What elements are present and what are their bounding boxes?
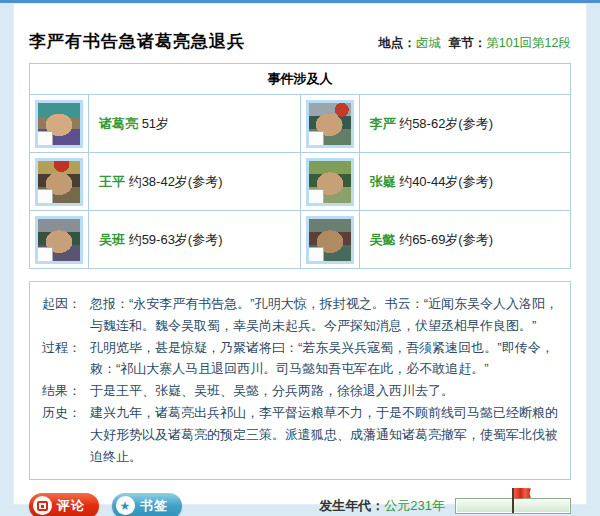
timeline: 184 280 (455, 498, 571, 514)
person-name[interactable]: 吴班 (99, 232, 125, 247)
person-name[interactable]: 王平 (99, 174, 125, 189)
table-row: 诸葛亮 51岁 李严 约58-62岁(参考) (30, 95, 571, 153)
person-age: 约38-42岁(参考) (129, 174, 223, 189)
person-age: 约59-63岁(参考) (129, 232, 223, 247)
person-name[interactable]: 诸葛亮 (99, 116, 138, 131)
page-header: 李严有书告急诸葛亮急退兵 地点：卤城章节：第101回第12段 (14, 4, 586, 63)
page-title: 李严有书告急诸葛亮急退兵 (29, 30, 245, 53)
location-label: 地点： (378, 36, 416, 50)
section-text: 孔明览毕，甚是惊疑，乃聚诸将曰：“若东吴兴兵寇蜀，吾须紧速回也。”即传令，敕：“… (90, 337, 560, 381)
people-table-header: 事件涉及人 (30, 64, 571, 95)
section-text: 忽报：“永安李严有书告急。”孔明大惊，拆封视之。书云：“近闻东吴令人入洛阳，与魏… (90, 293, 560, 337)
event-details: 起因： 忽报：“永安李严有书告急。”孔明大惊，拆封视之。书云：“近闻东吴令人入洛… (29, 281, 571, 480)
portrait-wangping[interactable] (35, 158, 83, 206)
comment-icon (33, 496, 52, 515)
event-section-result: 结果： 于是王平、张嶷、吴班、吴懿，分兵两路，徐徐退入西川去了。 (42, 380, 560, 402)
person-age: 约40-44岁(参考) (399, 174, 493, 189)
section-label: 历史： (42, 402, 90, 467)
event-meta: 地点：卤城章节：第101回第12段 (378, 35, 571, 52)
section-text: 于是王平、张嶷、吴班、吴懿，分兵两路，徐徐退入西川去了。 (90, 380, 560, 402)
comment-button[interactable]: 评论 (29, 493, 99, 516)
person-name[interactable]: 吴懿 (370, 232, 396, 247)
portrait-wuyi[interactable] (306, 216, 354, 264)
era-value: 公元231年 (384, 498, 445, 513)
era-section: 发生年代：公元231年 184 280 (319, 493, 571, 515)
era-text: 发生年代：公元231年 (319, 497, 445, 515)
table-row: 王平 约38-42岁(参考) 张嶷 约40-44岁(参考) (30, 153, 571, 211)
timeline-flag-icon[interactable] (512, 488, 514, 513)
location-value[interactable]: 卤城 (416, 36, 441, 50)
chapter-value[interactable]: 第101回第12段 (486, 36, 571, 50)
portrait-zhangni[interactable] (306, 158, 354, 206)
person-age: 约58-62岁(参考) (399, 116, 493, 131)
person-age: 51岁 (142, 116, 169, 131)
section-label: 结果： (42, 380, 90, 402)
table-row: 吴班 约59-63岁(参考) 吴懿 约65-69岁(参考) (30, 211, 571, 269)
portrait-liyan[interactable] (306, 100, 354, 148)
people-table: 事件涉及人 诸葛亮 51岁 李严 约58-62岁(参考) 王平 约38-42岁(… (29, 63, 571, 269)
person-name[interactable]: 张嶷 (370, 174, 396, 189)
section-label: 起因： (42, 293, 90, 337)
content-panel: 李严有书告急诸葛亮急退兵 地点：卤城章节：第101回第12段 事件涉及人 诸葛亮… (13, 3, 587, 505)
person-age: 约65-69岁(参考) (399, 232, 493, 247)
portrait-zhugeliang[interactable] (35, 100, 83, 148)
section-text: 建兴九年，诸葛亮出兵祁山，李平督运粮草不力，于是不顾前线司马懿已经断粮的大好形势… (90, 402, 560, 467)
bookmark-star-icon: ★ (116, 496, 135, 515)
comment-button-label: 评论 (57, 497, 85, 515)
footer-bar: 评论 ★ 书签 发生年代：公元231年 184 280 (29, 493, 571, 516)
bookmark-button-label: 书签 (140, 497, 168, 515)
chapter-label: 章节： (449, 36, 487, 50)
era-label: 发生年代： (319, 498, 384, 513)
bookmark-button[interactable]: ★ 书签 (112, 493, 182, 516)
event-section-process: 过程： 孔明览毕，甚是惊疑，乃聚诸将曰：“若东吴兴兵寇蜀，吾须紧速回也。”即传令… (42, 337, 560, 381)
section-label: 过程： (42, 337, 90, 381)
event-section-cause: 起因： 忽报：“永安李严有书告急。”孔明大惊，拆封视之。书云：“近闻东吴令人入洛… (42, 293, 560, 337)
event-section-history: 历史： 建兴九年，诸葛亮出兵祁山，李平督运粮草不力，于是不顾前线司马懿已经断粮的… (42, 402, 560, 467)
person-name[interactable]: 李严 (370, 116, 396, 131)
portrait-wuban[interactable] (35, 216, 83, 264)
